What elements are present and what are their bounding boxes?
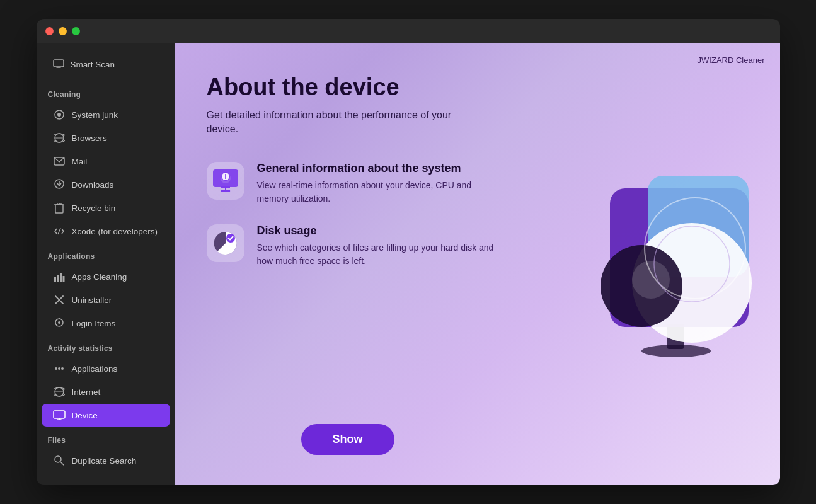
sidebar-item-xcode[interactable]: Xcode (for developers) — [42, 220, 170, 243]
svg-rect-8 — [55, 205, 63, 213]
sidebar-item-smart-scan[interactable]: Smart Scan — [42, 53, 170, 76]
sidebar-section-applications: Applications Apps Cleaning Uninstaller — [37, 243, 175, 335]
feature-general-info: i General information about the system V… — [207, 162, 566, 205]
svg-point-48 — [632, 261, 670, 299]
svg-point-24 — [58, 367, 60, 370]
svg-rect-15 — [57, 275, 59, 282]
app-window: Smart Scan Cleaning System junk Browsers — [37, 19, 780, 485]
uninstaller-label: Uninstaller — [72, 295, 112, 305]
svg-rect-17 — [62, 276, 64, 282]
section-label-activity: Activity statistics — [37, 335, 175, 357]
apps-cleaning-label: Apps Cleaning — [72, 272, 127, 282]
mail-label: Mail — [72, 157, 88, 166]
browsers-icon — [53, 132, 66, 144]
app-body: Smart Scan Cleaning System junk Browsers — [37, 43, 780, 485]
internet-icon — [53, 386, 66, 398]
svg-point-25 — [61, 367, 64, 370]
svg-rect-0 — [54, 60, 64, 67]
svg-rect-16 — [60, 273, 62, 282]
recycle-bin-icon — [53, 202, 66, 214]
smart-scan-icon — [53, 59, 64, 70]
smart-scan-label: Smart Scan — [71, 60, 115, 69]
device-icon — [53, 409, 66, 421]
page-subtitle: Get detailed information about the perfo… — [207, 108, 471, 137]
uninstaller-icon — [53, 294, 66, 306]
svg-point-21 — [58, 321, 60, 324]
applications-stat-label: Applications — [72, 364, 118, 374]
disk-usage-text: Disk usage See which categories of files… — [257, 224, 497, 268]
xcode-label: Xcode (for developers) — [72, 227, 158, 236]
main-content: JWIZARD Cleaner About the device Get det… — [175, 43, 780, 485]
titlebar — [37, 19, 780, 43]
sidebar-item-applications-stat[interactable]: Applications — [42, 357, 170, 380]
content-area: About the device Get detailed informatio… — [175, 43, 604, 312]
general-info-description: View real-time information about your de… — [257, 179, 497, 205]
recycle-bin-label: Recycle bin — [72, 203, 116, 213]
section-label-applications: Applications — [37, 243, 175, 265]
applications-stat-icon — [53, 362, 66, 375]
sidebar-item-login-items[interactable]: Login Items — [42, 312, 170, 335]
sidebar-item-internet[interactable]: Internet — [42, 381, 170, 403]
svg-point-23 — [55, 367, 57, 370]
apps-cleaning-icon — [53, 270, 66, 283]
sidebar-item-duplicate-search[interactable]: Duplicate Search — [42, 449, 170, 472]
close-button[interactable] — [45, 27, 54, 35]
sidebar-item-system-junk[interactable]: System junk — [42, 103, 170, 126]
internet-label: Internet — [72, 387, 101, 397]
sidebar-item-apps-cleaning[interactable]: Apps Cleaning — [42, 265, 170, 288]
disk-usage-icon-wrap — [207, 224, 244, 262]
sidebar-section-cleaning: Cleaning System junk Browsers — [37, 81, 175, 243]
maximize-button[interactable] — [72, 27, 80, 35]
svg-rect-14 — [54, 277, 56, 282]
duplicate-search-label: Duplicate Search — [72, 456, 137, 466]
device-illustration — [578, 163, 755, 365]
sidebar-item-downloads[interactable]: Downloads — [42, 173, 170, 196]
login-items-icon — [53, 317, 66, 329]
app-brand-label: JWIZARD Cleaner — [698, 55, 765, 65]
traffic-lights — [45, 27, 80, 35]
device-label: Device — [72, 411, 98, 420]
sidebar-item-browsers[interactable]: Browsers — [42, 127, 170, 149]
sidebar: Smart Scan Cleaning System junk Browsers — [37, 43, 175, 485]
disk-usage-title: Disk usage — [257, 224, 497, 238]
section-label-cleaning: Cleaning — [37, 81, 175, 103]
svg-point-3 — [57, 113, 61, 117]
sidebar-section-activity: Activity statistics Applications Interne… — [37, 335, 175, 427]
mail-icon — [53, 155, 66, 168]
sidebar-item-recycle-bin[interactable]: Recycle bin — [42, 197, 170, 219]
system-junk-label: System junk — [72, 110, 118, 120]
general-info-icon-wrap: i — [207, 162, 244, 200]
sidebar-item-device[interactable]: Device — [42, 404, 170, 427]
system-junk-icon — [53, 108, 66, 121]
browsers-label: Browsers — [72, 134, 107, 143]
xcode-icon — [53, 225, 66, 238]
login-items-label: Login Items — [72, 319, 116, 328]
minimize-button[interactable] — [59, 27, 67, 35]
show-button[interactable]: Show — [301, 424, 394, 455]
svg-text:i: i — [224, 173, 226, 180]
downloads-icon — [53, 178, 66, 191]
svg-rect-27 — [54, 411, 65, 418]
duplicate-search-icon — [53, 454, 66, 467]
general-info-text: General information about the system Vie… — [257, 162, 497, 205]
sidebar-item-uninstaller[interactable]: Uninstaller — [42, 289, 170, 311]
svg-line-31 — [60, 462, 64, 465]
svg-line-13 — [58, 228, 60, 234]
page-title: About the device — [207, 74, 566, 101]
sidebar-section-files: Files Duplicate Search — [37, 427, 175, 472]
disk-usage-description: See which categories of files are fillin… — [257, 241, 497, 268]
feature-disk-usage: Disk usage See which categories of files… — [207, 224, 566, 268]
sidebar-item-mail[interactable]: Mail — [42, 150, 170, 173]
general-info-title: General information about the system — [257, 162, 497, 175]
section-label-files: Files — [37, 427, 175, 449]
downloads-label: Downloads — [72, 180, 114, 190]
